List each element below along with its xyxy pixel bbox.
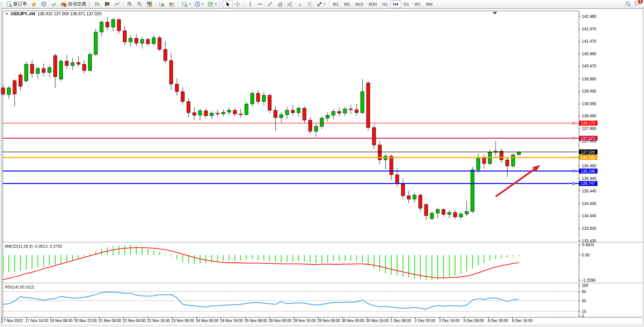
candle-body [442,210,445,215]
candle-body [123,31,127,42]
rsi-tick-label: 0 [582,314,584,318]
candle-body [372,128,376,145]
price-badge-label: 135.747 [581,181,595,186]
candle-body [401,183,405,196]
candle-body [477,157,480,170]
chart-canvas[interactable]: 142.480141.970141.475140.965140.470139.9… [0,0,644,327]
candle-body [430,213,434,218]
price-badge-label: 137.571 [581,136,595,141]
mt4-terminal: 新订单 [0,0,644,327]
chart-shift-marker[interactable] [493,12,497,14]
time-label: 20 Nov 22:00 [74,319,97,323]
price-tick-label: 138.955 [582,101,596,106]
candle-body [308,120,312,131]
window-bottom-strip [0,324,644,327]
time-label: 18 Nov 08:00 [50,319,73,323]
time-label: 22 Nov 16:00 [147,319,170,323]
line-handle[interactable] [573,122,575,124]
rsi-tick-label: 80 [582,290,586,294]
candle-body [471,170,474,211]
macd-tick-label: 0.4924 [582,242,594,247]
price-tick-label: 136.450 [582,164,596,168]
time-label: 30 Nov 16:00 [366,319,389,323]
rsi-tick-label: 100 [582,284,588,288]
candle-body [36,69,40,74]
macd-tick-label: 0.00 [582,253,590,257]
time-label: 25 Nov 08:00 [244,319,267,323]
candle-body [152,38,156,44]
price-tick-label: 134.440 [582,213,596,218]
candle-body [314,126,318,131]
line-handle[interactable] [573,170,575,172]
rsi-tick-label: 50 [582,299,586,303]
candle-body [390,156,393,175]
candle-body [349,109,353,110]
price-tick-label: 141.970 [582,27,596,31]
candle-body [19,75,22,87]
line-handle[interactable] [573,157,575,159]
candle-body [71,63,74,66]
line-handle[interactable] [573,183,575,184]
line-handle[interactable] [573,137,575,139]
candle-body [198,111,202,115]
price-badge-label: 136.796 [581,155,595,160]
time-label: 29 Nov 08:00 [317,319,340,323]
candle-body [303,108,306,120]
candle-body [164,50,167,61]
candle-body [88,54,92,71]
time-label: 1 Dec 08:00 [390,319,411,323]
candle-body [413,195,416,199]
candle-body [117,19,121,30]
candle-body [274,110,277,118]
time-label: 21 Nov 08:00 [98,319,121,323]
time-label: 2 Dec 00:00 [415,319,435,323]
candle-body [407,196,411,199]
candle-body [129,38,132,42]
candle-body [256,93,260,101]
candle-body [448,212,451,214]
candle-body [320,118,324,126]
price-badge-label: 137.020 [581,150,595,154]
candle-body [291,110,295,113]
candle-body [210,113,214,116]
candle-body [251,93,254,104]
candle-body [500,151,503,160]
price-tick-label: 135.940 [582,176,596,181]
candle-body [146,40,150,44]
candle-body [65,61,69,66]
candle-body [2,88,5,94]
candle-body [135,38,138,43]
time-label: 5 Dec 08:00 [463,319,484,323]
candle-body [506,160,509,166]
price-tick-label: 134.935 [582,201,596,206]
time-label: 30 Nov 00:00 [342,319,365,323]
time-label: 28 Nov 00:00 [269,319,292,323]
price-tick-label: 139.960 [582,77,596,81]
candle-body [488,152,491,164]
time-label: 6 Dec 00:00 [488,319,508,323]
price-badge-label: 138.179 [581,121,595,125]
rsi-tick-label: 15 [582,309,586,314]
candle-body [355,110,358,113]
candle-body [77,63,80,64]
time-label: 2 Dec 16:00 [439,319,459,323]
candle-body [181,91,185,101]
candle-body [233,110,237,114]
candle-body [419,195,422,208]
candle-body [245,104,248,115]
price-tick-label: 137.950 [582,126,596,131]
candle-body [511,155,515,166]
candle-body [326,115,329,118]
candle-body [7,88,11,95]
candle-body [343,109,347,113]
time-label: 22 Nov 00:00 [123,319,146,323]
time-label: 23 Nov 08:00 [172,319,194,323]
price-tick-label: 139.465 [582,89,596,93]
candle-body [453,212,457,217]
candle-body [239,114,243,115]
candle-body [332,111,335,115]
price-tick-label: 135.445 [582,189,596,193]
price-tick-label: 133.930 [582,226,596,231]
candle-body [140,40,144,43]
candle-body [193,113,196,115]
